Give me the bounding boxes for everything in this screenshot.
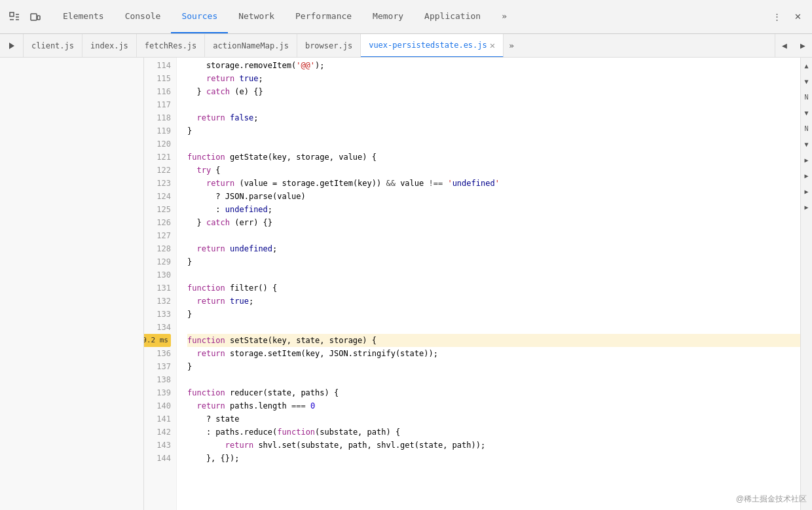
line-number: 130 <box>144 268 171 282</box>
tab-application[interactable]: Application <box>414 0 491 33</box>
right-panel-btn-8[interactable]: ▶ <box>801 183 813 199</box>
line-number: 143 <box>144 439 171 452</box>
toolbar-right: ⋮ ✕ <box>767 8 807 26</box>
code-line: return shvl.set(substate, path, shvl.get… <box>187 439 800 452</box>
line-number: 124 <box>144 190 171 203</box>
main-area: 1141151161171181191201211221231241251261… <box>0 58 812 510</box>
file-tree-toggle[interactable] <box>0 34 24 58</box>
right-panel-btn-1[interactable]: ▼ <box>801 73 813 89</box>
main-tab-list: Elements Console Sources Network Perform… <box>52 0 767 33</box>
line-number: 140 <box>144 399 171 412</box>
line-number: 139 <box>144 386 171 399</box>
tab-performance[interactable]: Performance <box>285 0 362 33</box>
code-line: return false; <box>187 111 800 124</box>
close-tab-button[interactable]: ✕ <box>490 41 495 50</box>
code-line: ? state <box>187 412 800 426</box>
line-number: 122 <box>144 164 171 177</box>
right-panel-btn-5[interactable]: ▼ <box>801 136 813 152</box>
right-panel-btn-7[interactable]: ▶ <box>801 168 813 183</box>
line-number: 125 <box>144 203 171 216</box>
code-line: } catch (err) {} <box>187 216 800 229</box>
close-icon: ✕ <box>794 12 802 22</box>
file-tab-browser[interactable]: browser.js <box>297 34 361 58</box>
code-line <box>187 137 800 151</box>
code-line: function reducer(state, paths) { <box>187 386 800 399</box>
devtools-toolbar: Elements Console Sources Network Perform… <box>0 0 812 34</box>
right-panel-btn-0[interactable]: ▲ <box>801 58 813 73</box>
inspect-element-button[interactable] <box>5 8 24 26</box>
code-line: ? JSON.parse(value) <box>187 190 800 203</box>
tab-network[interactable]: Network <box>228 0 285 33</box>
device-toolbar-button[interactable] <box>26 8 45 26</box>
line-number: 126 <box>144 216 171 229</box>
tab-elements[interactable]: Elements <box>52 0 115 33</box>
line-number: 115 <box>144 72 171 85</box>
line-number: 137 <box>144 360 171 373</box>
right-panel-btn-4[interactable]: N <box>801 120 813 136</box>
line-number: 142 <box>144 426 171 439</box>
code-line: return true; <box>187 295 800 308</box>
code-line: storage.removeItem('@@'); <box>187 59 800 72</box>
line-number: 117 <box>144 98 171 111</box>
code-line: : paths.reduce(function(substate, path) … <box>187 426 800 439</box>
code-line <box>187 321 800 334</box>
code-line: return undefined; <box>187 242 800 255</box>
menu-icon: ⋮ <box>773 12 781 22</box>
close-devtools-button[interactable]: ✕ <box>788 8 807 26</box>
svg-marker-7 <box>9 43 14 49</box>
file-tabs-row: client.js index.js fetchRes.js actionNam… <box>0 34 812 58</box>
line-number: 135 1589.2 ms <box>144 334 171 347</box>
file-tab-nav: ◀ ▶ <box>775 34 812 58</box>
code-line: } <box>187 255 800 268</box>
line-number: 136 <box>144 347 171 360</box>
line-number: 141 <box>144 412 171 426</box>
tab-console[interactable]: Console <box>115 0 172 33</box>
file-tab-nav-prev[interactable]: ◀ <box>775 34 794 58</box>
right-panel-btn-9[interactable]: ▶ <box>801 199 813 215</box>
code-line <box>187 229 800 242</box>
code-line <box>187 373 800 386</box>
code-line <box>187 98 800 111</box>
line-numbers: 1141151161171181191201211221231241251261… <box>144 58 177 510</box>
tab-more[interactable]: » <box>491 0 517 33</box>
code-scroll-container[interactable]: 1141151161171181191201211221231241251261… <box>144 58 800 510</box>
svg-rect-0 <box>10 12 14 16</box>
file-tab-index[interactable]: index.js <box>83 34 137 58</box>
code-line: return (value = storage.getItem(key)) &&… <box>187 177 800 190</box>
file-tab-nav-next[interactable]: ▶ <box>794 34 812 58</box>
line-number: 144 <box>144 452 171 465</box>
code-line: return paths.length === 0 <box>187 399 800 412</box>
code-line: }, {}); <box>187 452 800 465</box>
code-line: function setState(key, state, storage) { <box>187 334 800 347</box>
tab-sources[interactable]: Sources <box>171 0 228 33</box>
line-number: 131 <box>144 282 171 295</box>
line-number: 132 <box>144 295 171 308</box>
line-number: 138 <box>144 373 171 386</box>
code-content: storage.removeItem('@@'); return true; }… <box>177 58 800 510</box>
right-panel-btn-6[interactable]: ▶ <box>801 152 813 168</box>
line-number: 119 <box>144 124 171 137</box>
file-tab-client[interactable]: client.js <box>24 34 83 58</box>
code-line: } catch (e) {} <box>187 85 800 98</box>
code-line: } <box>187 124 800 137</box>
file-tab-vuex-persistedstate[interactable]: vuex-persistedstate.es.js ✕ <box>361 34 504 58</box>
tab-memory[interactable]: Memory <box>362 0 414 33</box>
right-panel-btn-3[interactable]: ▼ <box>801 105 813 120</box>
code-line <box>187 268 800 282</box>
code-line: function filter() { <box>187 282 800 295</box>
right-panel-btn-2[interactable]: N <box>801 89 813 105</box>
line-number: 127 <box>144 229 171 242</box>
file-tab-more-button[interactable]: » <box>504 34 519 58</box>
performance-badge: 135 1589.2 ms <box>144 334 171 347</box>
file-tab-fetchres[interactable]: fetchRes.js <box>137 34 205 58</box>
toolbar-icons <box>5 8 45 26</box>
file-tree-panel <box>0 58 144 510</box>
svg-rect-6 <box>37 16 40 20</box>
code-line: try { <box>187 164 800 177</box>
code-line: } <box>187 308 800 321</box>
devtools-menu-button[interactable]: ⋮ <box>767 8 786 26</box>
file-tab-actionnamemap[interactable]: actionNameMap.js <box>205 34 297 58</box>
line-number: 129 <box>144 255 171 268</box>
line-number: 134 <box>144 321 171 334</box>
code-line: : undefined; <box>187 203 800 216</box>
